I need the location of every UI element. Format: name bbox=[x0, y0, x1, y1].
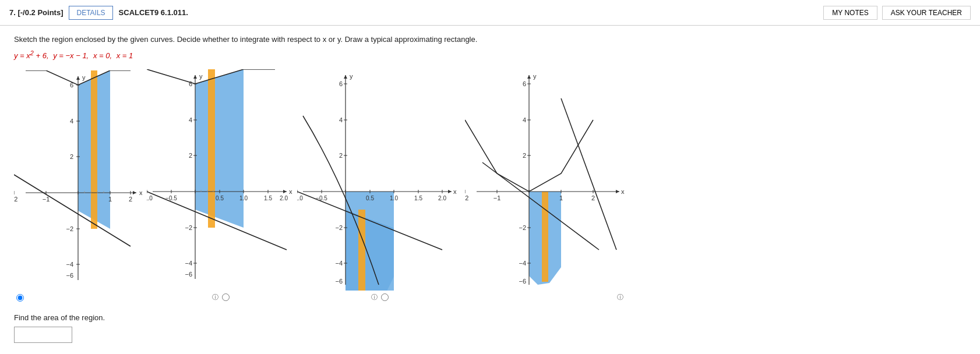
my-notes-button[interactable]: MY NOTES bbox=[823, 6, 877, 20]
graph-2-controls: ⓘ bbox=[147, 293, 292, 302]
svg-text:−4: −4 bbox=[519, 260, 526, 267]
svg-text:6: 6 bbox=[189, 80, 192, 87]
svg-text:x: x bbox=[289, 188, 292, 195]
svg-text:−2: −2 bbox=[66, 225, 73, 232]
area-answer-input[interactable] bbox=[14, 327, 72, 343]
equations-display: y = x2 + 6, y = −x − 1, x = 0, x = 1 bbox=[14, 49, 966, 60]
svg-text:1: 1 bbox=[108, 196, 112, 203]
svg-text:2: 2 bbox=[523, 152, 526, 159]
svg-text:−2: −2 bbox=[465, 194, 468, 201]
svg-text:1.5: 1.5 bbox=[264, 195, 272, 201]
graph-3: −1.0 −0.5 0.5 1.0 1.5 2.0 x 6 4 2 −2 −4 … bbox=[297, 69, 460, 302]
find-area-label: Find the area of the region. bbox=[14, 313, 966, 322]
svg-text:−4: −4 bbox=[185, 260, 192, 267]
instruction-text: Sketch the region enclosed by the given … bbox=[14, 35, 966, 44]
svg-text:6: 6 bbox=[339, 80, 343, 87]
graph-2-radio[interactable] bbox=[222, 293, 230, 301]
svg-text:y: y bbox=[82, 74, 86, 81]
eq-y2: y = −x − 1, bbox=[53, 51, 89, 60]
svg-text:−1.0: −1.0 bbox=[147, 195, 153, 201]
svg-text:y: y bbox=[199, 73, 203, 80]
svg-text:2.0: 2.0 bbox=[280, 195, 288, 201]
svg-text:2: 2 bbox=[129, 196, 132, 203]
graph-4: −2 −1 1 2 x 6 4 2 −2 −4 −6 y bbox=[465, 69, 628, 302]
svg-text:1.5: 1.5 bbox=[414, 195, 422, 201]
problem-id: SCALCET9 6.1.011. bbox=[119, 8, 188, 17]
graph-1-radio[interactable] bbox=[16, 294, 24, 302]
svg-text:x: x bbox=[139, 189, 142, 196]
graph-2: −1.0 −0.5 0.5 1.0 1.5 2.0 x 6 4 2 −2 −4 … bbox=[147, 69, 292, 302]
svg-text:0.5: 0.5 bbox=[216, 195, 224, 201]
svg-text:−4: −4 bbox=[335, 260, 343, 267]
svg-text:x: x bbox=[453, 188, 457, 195]
ask-teacher-button[interactable]: ASK YOUR TEACHER bbox=[882, 6, 971, 20]
svg-text:y: y bbox=[350, 73, 353, 80]
graph-2-svg: −1.0 −0.5 0.5 1.0 1.5 2.0 x 6 4 2 −2 −4 … bbox=[147, 69, 292, 291]
svg-rect-75 bbox=[358, 210, 365, 291]
svg-text:y: y bbox=[533, 73, 537, 80]
details-button[interactable]: DETAILS bbox=[69, 6, 112, 20]
svg-rect-36 bbox=[208, 69, 215, 228]
svg-text:2: 2 bbox=[70, 153, 73, 160]
graph-3-info-icon: ⓘ bbox=[371, 293, 378, 302]
question-number: 7. [-/0.2 Points] bbox=[9, 8, 63, 17]
graph-2-info-icon: ⓘ bbox=[212, 293, 218, 302]
svg-text:−2: −2 bbox=[519, 224, 526, 231]
svg-text:2: 2 bbox=[591, 194, 595, 201]
svg-text:2.0: 2.0 bbox=[438, 195, 446, 201]
svg-text:−6: −6 bbox=[66, 272, 73, 279]
svg-text:−6: −6 bbox=[519, 278, 526, 285]
svg-text:−2: −2 bbox=[335, 224, 343, 231]
svg-text:4: 4 bbox=[189, 116, 192, 123]
graph-1-controls bbox=[14, 294, 142, 302]
content-area: Sketch the region enclosed by the given … bbox=[0, 26, 980, 354]
svg-text:−1: −1 bbox=[493, 194, 501, 201]
svg-text:4: 4 bbox=[339, 116, 343, 123]
graph-4-svg: −2 −1 1 2 x 6 4 2 −2 −4 −6 y bbox=[465, 69, 628, 291]
graph-4-info-icon: ⓘ bbox=[617, 293, 623, 302]
graph-1-svg: −2 −1 1 2 x 6 4 2 − bbox=[14, 70, 142, 292]
svg-rect-109 bbox=[542, 192, 548, 282]
svg-text:−6: −6 bbox=[335, 278, 343, 285]
eq-y1: y = x2 + 6, bbox=[14, 51, 49, 60]
svg-text:−2: −2 bbox=[14, 196, 17, 203]
svg-text:−4: −4 bbox=[66, 261, 73, 268]
svg-marker-35 bbox=[195, 69, 244, 228]
svg-text:−1: −1 bbox=[43, 196, 50, 203]
svg-text:−1.0: −1.0 bbox=[297, 195, 303, 201]
svg-text:2: 2 bbox=[189, 152, 192, 159]
svg-text:0.5: 0.5 bbox=[366, 195, 374, 201]
graph-3-svg: −1.0 −0.5 0.5 1.0 1.5 2.0 x 6 4 2 −2 −4 … bbox=[297, 69, 460, 291]
svg-text:x: x bbox=[621, 188, 625, 195]
top-bar: 7. [-/0.2 Points] DETAILS SCALCET9 6.1.0… bbox=[0, 0, 980, 26]
svg-text:−2: −2 bbox=[185, 224, 192, 231]
svg-text:4: 4 bbox=[523, 116, 526, 123]
svg-text:−6: −6 bbox=[185, 271, 192, 278]
svg-text:4: 4 bbox=[70, 118, 73, 125]
svg-rect-2 bbox=[91, 70, 97, 229]
eq-x1: x = 1 bbox=[117, 51, 133, 60]
eq-x0: x = 0, bbox=[93, 51, 112, 60]
svg-text:−0.5: −0.5 bbox=[316, 195, 327, 201]
graph-1: −2 −1 1 2 x 6 4 2 − bbox=[14, 70, 142, 302]
svg-text:1.0: 1.0 bbox=[390, 195, 398, 201]
graphs-row: −2 −1 1 2 x 6 4 2 − bbox=[14, 69, 966, 302]
svg-text:6: 6 bbox=[523, 80, 526, 87]
graph-3-radio[interactable] bbox=[381, 293, 389, 301]
svg-text:1.0: 1.0 bbox=[239, 195, 248, 201]
graph-4-controls: ⓘ bbox=[465, 293, 628, 302]
svg-text:1: 1 bbox=[559, 194, 563, 201]
graph-3-controls: ⓘ bbox=[297, 293, 460, 302]
svg-text:2: 2 bbox=[339, 152, 343, 159]
